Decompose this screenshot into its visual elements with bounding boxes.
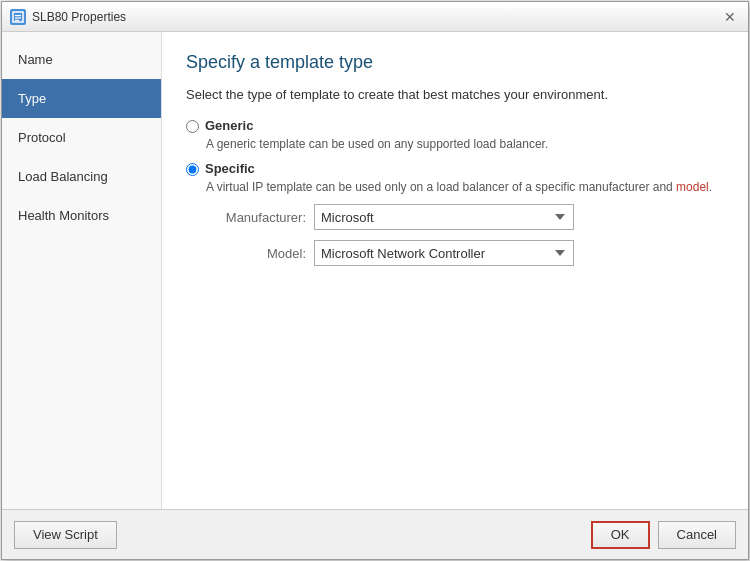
view-script-button[interactable]: View Script bbox=[14, 521, 117, 549]
svg-rect-2 bbox=[15, 17, 21, 18]
form-fields: Manufacturer: Microsoft Model: Microsoft… bbox=[206, 204, 724, 266]
svg-rect-3 bbox=[15, 19, 19, 20]
window-title: SLB80 Properties bbox=[32, 10, 720, 24]
footer: View Script OK Cancel bbox=[2, 509, 748, 559]
generic-radio-description: A generic template can be used on any su… bbox=[206, 137, 724, 151]
specific-radio-option: Specific bbox=[186, 161, 724, 176]
footer-left: View Script bbox=[14, 521, 117, 549]
title-bar: SLB80 Properties ✕ bbox=[2, 2, 748, 32]
window-icon bbox=[10, 9, 26, 25]
generic-radio-option: Generic bbox=[186, 118, 724, 133]
sidebar-item-health-monitors[interactable]: Health Monitors bbox=[2, 196, 161, 235]
generic-radio-input[interactable] bbox=[186, 120, 199, 133]
manufacturer-row: Manufacturer: Microsoft bbox=[206, 204, 724, 230]
specific-radio-description: A virtual IP template can be used only o… bbox=[206, 180, 724, 194]
model-select[interactable]: Microsoft Network Controller bbox=[314, 240, 574, 266]
sidebar-item-type[interactable]: Type bbox=[2, 79, 161, 118]
sidebar-item-protocol[interactable]: Protocol bbox=[2, 118, 161, 157]
model-label: Model: bbox=[206, 246, 306, 261]
manufacturer-select[interactable]: Microsoft bbox=[314, 204, 574, 230]
footer-right: OK Cancel bbox=[591, 521, 736, 549]
model-row: Model: Microsoft Network Controller bbox=[206, 240, 724, 266]
close-button[interactable]: ✕ bbox=[720, 7, 740, 27]
page-title: Specify a template type bbox=[186, 52, 724, 73]
sidebar-item-load-balancing[interactable]: Load Balancing bbox=[2, 157, 161, 196]
specific-radio-label[interactable]: Specific bbox=[205, 161, 255, 176]
generic-radio-label[interactable]: Generic bbox=[205, 118, 253, 133]
sidebar: Name Type Protocol Load Balancing Health… bbox=[2, 32, 162, 509]
generic-radio-group: Generic A generic template can be used o… bbox=[186, 118, 724, 151]
sidebar-item-name[interactable]: Name bbox=[2, 40, 161, 79]
page-description: Select the type of template to create th… bbox=[186, 87, 724, 102]
manufacturer-label: Manufacturer: bbox=[206, 210, 306, 225]
specific-radio-group: Specific A virtual IP template can be us… bbox=[186, 161, 724, 266]
specific-radio-input[interactable] bbox=[186, 163, 199, 176]
main-window: SLB80 Properties ✕ Name Type Protocol Lo… bbox=[1, 1, 749, 560]
cancel-button[interactable]: Cancel bbox=[658, 521, 736, 549]
model-link[interactable]: model bbox=[676, 180, 709, 194]
main-content: Specify a template type Select the type … bbox=[162, 32, 748, 509]
ok-button[interactable]: OK bbox=[591, 521, 650, 549]
window-body: Name Type Protocol Load Balancing Health… bbox=[2, 32, 748, 509]
svg-rect-1 bbox=[15, 15, 21, 16]
